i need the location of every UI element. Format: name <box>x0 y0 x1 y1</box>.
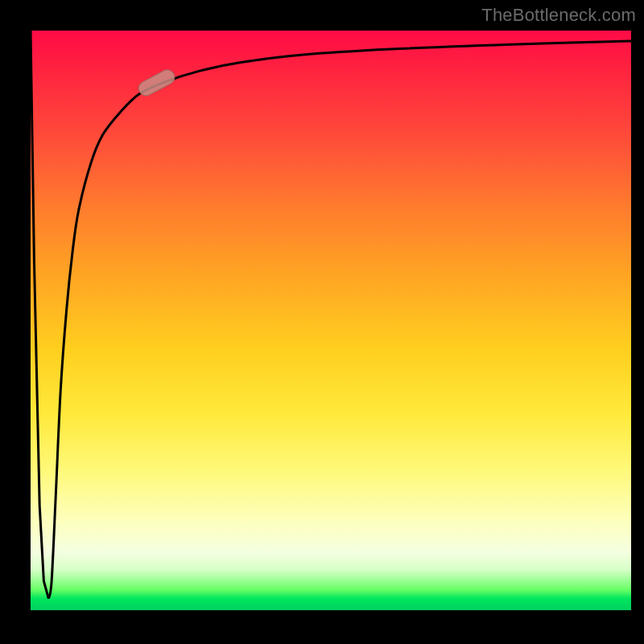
chart-svg <box>31 31 631 610</box>
bottleneck-curve-ascent <box>48 41 631 599</box>
watermark-text: TheBottleneck.com <box>481 5 636 26</box>
curve-marker <box>136 68 177 98</box>
chart-frame: TheBottleneck.com <box>0 0 644 644</box>
svg-rect-0 <box>136 68 177 98</box>
bottleneck-curve-descent <box>31 31 48 599</box>
